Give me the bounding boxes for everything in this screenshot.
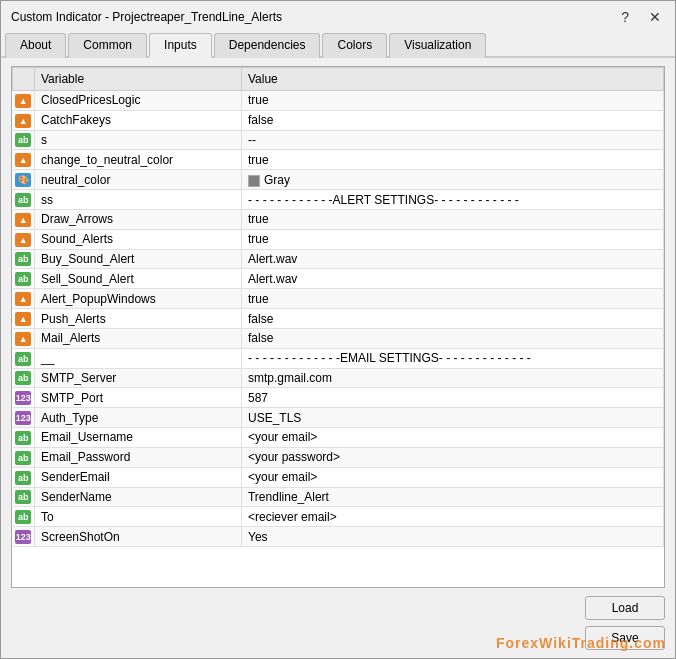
row-variable: neutral_color [35, 170, 242, 190]
row-icon-cell: ▲ [13, 328, 35, 348]
ab-icon: ab [15, 451, 31, 465]
table-row[interactable]: 123ScreenShotOnYes [13, 527, 664, 547]
table-row[interactable]: abEmail_Username<your email> [13, 428, 664, 448]
bool-icon: ▲ [15, 292, 31, 306]
row-variable: Push_Alerts [35, 309, 242, 329]
row-value[interactable]: false [241, 110, 663, 130]
row-value[interactable]: <reciever email> [241, 507, 663, 527]
bool-icon: ▲ [15, 94, 31, 108]
table-row[interactable]: ab__- - - - - - - - - - - - -EMAIL SETTI… [13, 348, 664, 368]
close-button[interactable]: ✕ [645, 9, 665, 25]
table-row[interactable]: ▲Push_Alertsfalse [13, 309, 664, 329]
ab-icon: ab [15, 490, 31, 504]
row-icon-cell: ab [13, 269, 35, 289]
table-row[interactable]: 123SMTP_Port587 [13, 388, 664, 408]
row-variable: ClosedPricesLogic [35, 91, 242, 111]
window-title: Custom Indicator - Projectreaper_TrendLi… [11, 10, 282, 24]
table-row[interactable]: 🎨neutral_colorGray [13, 170, 664, 190]
ab-icon: ab [15, 252, 31, 266]
row-value[interactable]: true [241, 91, 663, 111]
row-icon-cell: 🎨 [13, 170, 35, 190]
row-value[interactable]: smtp.gmail.com [241, 368, 663, 388]
help-button[interactable]: ? [617, 9, 633, 25]
row-value[interactable]: true [241, 209, 663, 229]
row-value[interactable]: Alert.wav [241, 249, 663, 269]
bool-icon: ▲ [15, 153, 31, 167]
row-value[interactable]: - - - - - - - - - - - - -EMAIL SETTINGS-… [241, 348, 663, 368]
row-value[interactable]: Alert.wav [241, 269, 663, 289]
tab-dependencies[interactable]: Dependencies [214, 33, 321, 58]
row-value[interactable]: USE_TLS [241, 408, 663, 428]
ab-icon: ab [15, 510, 31, 524]
table-row[interactable]: abBuy_Sound_AlertAlert.wav [13, 249, 664, 269]
row-variable: s [35, 130, 242, 150]
variables-table-container[interactable]: Variable Value ▲ClosedPricesLogictrue▲Ca… [11, 66, 665, 588]
bool-icon: ▲ [15, 312, 31, 326]
table-row[interactable]: ▲change_to_neutral_colortrue [13, 150, 664, 170]
tab-visualization[interactable]: Visualization [389, 33, 486, 58]
int-icon: 123 [15, 530, 31, 544]
tab-common[interactable]: Common [68, 33, 147, 58]
row-value[interactable]: Trendline_Alert [241, 487, 663, 507]
row-value[interactable]: - - - - - - - - - - - -ALERT SETTINGS- -… [241, 190, 663, 210]
row-value[interactable]: <your email> [241, 467, 663, 487]
row-variable: Email_Username [35, 428, 242, 448]
bool-icon: ▲ [15, 114, 31, 128]
row-icon-cell: ▲ [13, 91, 35, 111]
table-row[interactable]: 123Auth_TypeUSE_TLS [13, 408, 664, 428]
row-value[interactable]: true [241, 150, 663, 170]
row-icon-cell: ▲ [13, 289, 35, 309]
table-row[interactable]: ▲ClosedPricesLogictrue [13, 91, 664, 111]
row-value[interactable]: <your password> [241, 447, 663, 467]
load-button[interactable]: Load [585, 596, 665, 620]
table-row[interactable]: ▲Mail_Alertsfalse [13, 328, 664, 348]
row-variable: __ [35, 348, 242, 368]
table-row[interactable]: abTo<reciever email> [13, 507, 664, 527]
table-row[interactable]: ▲Draw_Arrowstrue [13, 209, 664, 229]
row-value[interactable]: false [241, 328, 663, 348]
table-row[interactable]: abEmail_Password<your password> [13, 447, 664, 467]
action-buttons: Load Save [11, 588, 665, 650]
row-icon-cell: ab [13, 249, 35, 269]
row-icon-cell: ▲ [13, 110, 35, 130]
color-swatch [248, 175, 260, 187]
row-value[interactable]: <your email> [241, 428, 663, 448]
save-button[interactable]: Save [585, 626, 665, 650]
row-icon-cell: ab [13, 507, 35, 527]
ab-icon: ab [15, 471, 31, 485]
row-variable: Draw_Arrows [35, 209, 242, 229]
table-row[interactable]: abSenderEmail<your email> [13, 467, 664, 487]
table-row[interactable]: abSMTP_Serversmtp.gmail.com [13, 368, 664, 388]
row-icon-cell: ▲ [13, 209, 35, 229]
row-value[interactable]: -- [241, 130, 663, 150]
tab-colors[interactable]: Colors [322, 33, 387, 58]
tab-about[interactable]: About [5, 33, 66, 58]
bool-icon: ▲ [15, 233, 31, 247]
col-icon [13, 68, 35, 91]
table-row[interactable]: abSell_Sound_AlertAlert.wav [13, 269, 664, 289]
row-value[interactable]: true [241, 289, 663, 309]
col-value: Value [241, 68, 663, 91]
table-row[interactable]: ▲CatchFakeysfalse [13, 110, 664, 130]
row-variable: Sound_Alerts [35, 229, 242, 249]
ab-icon: ab [15, 272, 31, 286]
bool-icon: ▲ [15, 332, 31, 346]
tab-inputs[interactable]: Inputs [149, 33, 212, 58]
row-value[interactable]: 587 [241, 388, 663, 408]
row-value[interactable]: Gray [241, 170, 663, 190]
row-value[interactable]: true [241, 229, 663, 249]
row-icon-cell: ab [13, 467, 35, 487]
row-variable: SenderName [35, 487, 242, 507]
row-variable: Mail_Alerts [35, 328, 242, 348]
variables-table: Variable Value ▲ClosedPricesLogictrue▲Ca… [12, 67, 664, 547]
row-value[interactable]: Yes [241, 527, 663, 547]
row-value[interactable]: false [241, 309, 663, 329]
title-bar: Custom Indicator - Projectreaper_TrendLi… [1, 1, 675, 29]
ab-icon: ab [15, 352, 31, 366]
table-row[interactable]: abSenderNameTrendline_Alert [13, 487, 664, 507]
ab-icon: ab [15, 431, 31, 445]
table-row[interactable]: ▲Sound_Alertstrue [13, 229, 664, 249]
table-row[interactable]: ▲Alert_PopupWindowstrue [13, 289, 664, 309]
table-row[interactable]: abs-- [13, 130, 664, 150]
table-row[interactable]: abss- - - - - - - - - - - -ALERT SETTING… [13, 190, 664, 210]
